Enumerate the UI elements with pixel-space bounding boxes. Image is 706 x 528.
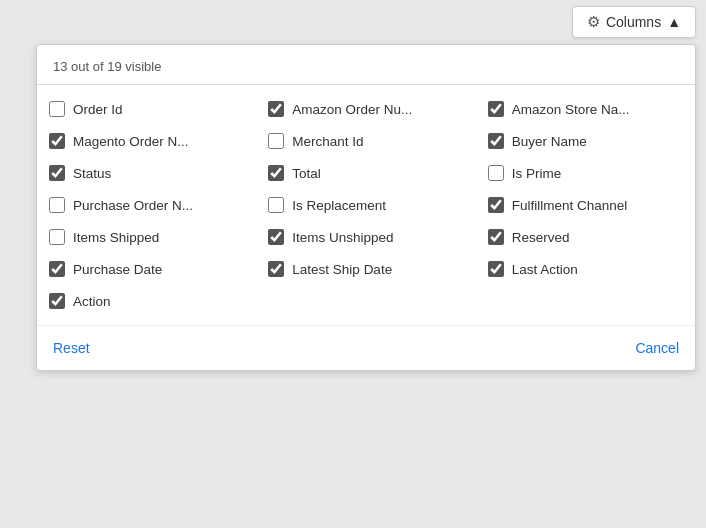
checkbox-purchase_date[interactable] bbox=[49, 261, 65, 277]
checkbox-total[interactable] bbox=[268, 165, 284, 181]
columns-button-label: Columns bbox=[606, 14, 661, 30]
col-label-items_unshipped: Items Unshipped bbox=[292, 230, 393, 245]
col-item-action[interactable]: Action bbox=[37, 285, 256, 317]
col-label-is_prime: Is Prime bbox=[512, 166, 562, 181]
col-item-latest_ship_date[interactable]: Latest Ship Date bbox=[256, 253, 475, 285]
col-item-buyer_name[interactable]: Buyer Name bbox=[476, 125, 695, 157]
checkbox-amazon_order_nu[interactable] bbox=[268, 101, 284, 117]
panel-header: 13 out of 19 visible bbox=[37, 45, 695, 85]
checkbox-items_shipped[interactable] bbox=[49, 229, 65, 245]
col-item-amazon_order_nu[interactable]: Amazon Order Nu... bbox=[256, 93, 475, 125]
checkbox-order_id[interactable] bbox=[49, 101, 65, 117]
top-bar: ⚙ Columns ▲ bbox=[0, 0, 706, 44]
col-label-amazon_store_na: Amazon Store Na... bbox=[512, 102, 630, 117]
gear-icon: ⚙ bbox=[587, 13, 600, 31]
col-item-magento_order_n[interactable]: Magento Order N... bbox=[37, 125, 256, 157]
col-label-purchase_date: Purchase Date bbox=[73, 262, 162, 277]
col-label-last_action: Last Action bbox=[512, 262, 578, 277]
checkbox-magento_order_n[interactable] bbox=[49, 133, 65, 149]
col-item-items_unshipped[interactable]: Items Unshipped bbox=[256, 221, 475, 253]
col-item-purchase_date[interactable]: Purchase Date bbox=[37, 253, 256, 285]
columns-grid: Order IdAmazon Order Nu...Amazon Store N… bbox=[37, 85, 695, 326]
col-item-order_id[interactable]: Order Id bbox=[37, 93, 256, 125]
col-item-status[interactable]: Status bbox=[37, 157, 256, 189]
reset-button[interactable]: Reset bbox=[53, 340, 90, 356]
col-label-magento_order_n: Magento Order N... bbox=[73, 134, 189, 149]
checkbox-last_action[interactable] bbox=[488, 261, 504, 277]
col-item-reserved[interactable]: Reserved bbox=[476, 221, 695, 253]
col-label-fulfillment_channel: Fulfillment Channel bbox=[512, 198, 628, 213]
col-label-buyer_name: Buyer Name bbox=[512, 134, 587, 149]
col-label-items_shipped: Items Shipped bbox=[73, 230, 159, 245]
col-label-purchase_order_n: Purchase Order N... bbox=[73, 198, 193, 213]
col-item-is_replacement[interactable]: Is Replacement bbox=[256, 189, 475, 221]
col-item-items_shipped[interactable]: Items Shipped bbox=[37, 221, 256, 253]
col-item-purchase_order_n[interactable]: Purchase Order N... bbox=[37, 189, 256, 221]
col-item-amazon_store_na[interactable]: Amazon Store Na... bbox=[476, 93, 695, 125]
chevron-up-icon: ▲ bbox=[667, 14, 681, 30]
col-label-merchant_id: Merchant Id bbox=[292, 134, 363, 149]
cancel-button[interactable]: Cancel bbox=[635, 340, 679, 356]
col-label-reserved: Reserved bbox=[512, 230, 570, 245]
col-item-fulfillment_channel[interactable]: Fulfillment Channel bbox=[476, 189, 695, 221]
panel-footer: Reset Cancel bbox=[37, 326, 695, 370]
columns-panel: 13 out of 19 visible Order IdAmazon Orde… bbox=[36, 44, 696, 371]
visible-count-label: 13 out of 19 visible bbox=[53, 59, 161, 74]
col-label-is_replacement: Is Replacement bbox=[292, 198, 386, 213]
checkbox-is_replacement[interactable] bbox=[268, 197, 284, 213]
checkbox-amazon_store_na[interactable] bbox=[488, 101, 504, 117]
checkbox-buyer_name[interactable] bbox=[488, 133, 504, 149]
col-label-status: Status bbox=[73, 166, 111, 181]
checkbox-is_prime[interactable] bbox=[488, 165, 504, 181]
checkbox-reserved[interactable] bbox=[488, 229, 504, 245]
col-label-order_id: Order Id bbox=[73, 102, 123, 117]
checkbox-fulfillment_channel[interactable] bbox=[488, 197, 504, 213]
col-label-latest_ship_date: Latest Ship Date bbox=[292, 262, 392, 277]
checkbox-items_unshipped[interactable] bbox=[268, 229, 284, 245]
col-item-last_action[interactable]: Last Action bbox=[476, 253, 695, 285]
col-item-merchant_id[interactable]: Merchant Id bbox=[256, 125, 475, 157]
checkbox-action[interactable] bbox=[49, 293, 65, 309]
col-item-is_prime[interactable]: Is Prime bbox=[476, 157, 695, 189]
checkbox-latest_ship_date[interactable] bbox=[268, 261, 284, 277]
checkbox-merchant_id[interactable] bbox=[268, 133, 284, 149]
col-label-action: Action bbox=[73, 294, 111, 309]
checkbox-status[interactable] bbox=[49, 165, 65, 181]
col-label-total: Total bbox=[292, 166, 321, 181]
checkbox-purchase_order_n[interactable] bbox=[49, 197, 65, 213]
col-item-total[interactable]: Total bbox=[256, 157, 475, 189]
col-label-amazon_order_nu: Amazon Order Nu... bbox=[292, 102, 412, 117]
columns-button[interactable]: ⚙ Columns ▲ bbox=[572, 6, 696, 38]
